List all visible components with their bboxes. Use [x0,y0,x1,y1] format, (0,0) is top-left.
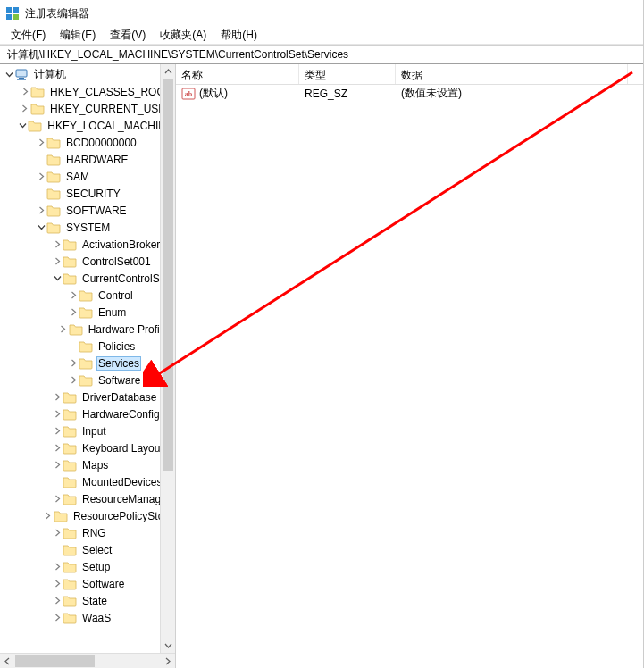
tree-node-label[interactable]: Keyboard Layout [80,441,165,455]
col-type[interactable]: 类型 [299,64,396,84]
tree-vertical-scrollbar[interactable] [160,64,175,653]
tree-node-label[interactable]: Input [80,424,108,438]
tree-horizontal-scrollbar[interactable] [0,653,175,668]
expand-closed-icon[interactable] [52,495,63,503]
col-data[interactable]: 数据 [396,64,628,84]
tree-node[interactable]: Services [0,355,175,372]
value-row[interactable]: ab(默认)REG_SZ(数值未设置) [176,85,643,102]
expand-closed-icon[interactable] [52,461,63,469]
scroll-track[interactable] [15,654,160,669]
tree-node[interactable]: SOFTWARE [0,202,175,219]
tree-node-label[interactable]: HARDWARE [64,153,130,167]
menu-file[interactable]: 文件(F) [4,26,53,45]
expand-closed-icon[interactable] [68,308,79,316]
tree-node[interactable]: MountedDevices [0,473,175,490]
expand-closed-icon[interactable] [36,138,46,146]
scroll-down-icon[interactable] [161,638,176,653]
expand-closed-icon[interactable] [52,240,63,248]
tree-node[interactable]: SYSTEM [0,219,175,236]
tree-node[interactable]: Enum [0,304,175,321]
tree-node-label[interactable]: SAM [64,170,91,184]
tree-node-label[interactable]: SOFTWARE [64,204,129,218]
scroll-right-icon[interactable] [160,654,175,669]
tree-node-label[interactable]: Setup [80,560,112,574]
tree-node[interactable]: Setup [0,558,175,575]
tree-node-label[interactable]: CurrentControlSet [80,271,171,286]
expand-closed-icon[interactable] [52,614,63,622]
tree-node[interactable]: Software [0,575,175,592]
expand-closed-icon[interactable] [20,88,30,96]
tree-node[interactable]: SAM [0,168,175,185]
expand-open-icon[interactable] [4,71,14,79]
expand-closed-icon[interactable] [43,512,54,520]
tree-node-label[interactable]: WaaS [80,611,113,625]
tree-node[interactable]: ActivationBroker [0,236,175,253]
values-list[interactable]: ab(默认)REG_SZ(数值未设置) [176,85,643,102]
tree-node-label[interactable]: State [80,594,109,608]
expand-open-icon[interactable] [36,223,46,231]
tree-node-label[interactable]: SECURITY [64,187,122,201]
expand-closed-icon[interactable] [52,393,63,401]
expand-closed-icon[interactable] [36,206,46,214]
tree-node-label[interactable]: Services [96,356,141,371]
tree-node-label[interactable]: DriverDatabase [80,390,158,405]
tree-node-label[interactable]: SYSTEM [64,221,112,235]
col-name[interactable]: 名称 [176,64,299,84]
tree-node[interactable]: CurrentControlSet [0,270,175,287]
menu-help[interactable]: 帮助(H) [213,26,264,45]
tree-node-label[interactable]: ResourceManager [80,492,172,506]
tree-node[interactable]: HardwareConfig [0,405,175,422]
tree-node[interactable]: HKEY_LOCAL_MACHINE [0,117,175,134]
tree-node-label[interactable]: BCD00000000 [64,136,138,150]
expand-closed-icon[interactable] [52,410,63,418]
expand-closed-icon[interactable] [68,359,79,367]
tree-node-label[interactable]: Software [80,577,126,591]
tree-node[interactable]: State [0,592,175,609]
address-input[interactable] [5,47,638,62]
tree-node[interactable]: Input [0,422,175,439]
tree-node-label[interactable]: Enum [96,305,128,320]
tree-node-label[interactable]: HKEY_LOCAL_MACHINE [46,119,175,133]
tree-node[interactable]: ResourceManager [0,490,175,507]
expand-closed-icon[interactable] [52,580,63,588]
tree-node-label[interactable]: Maps [80,458,110,472]
tree-node[interactable]: Select [0,541,175,558]
expand-closed-icon[interactable] [52,563,63,571]
tree-node-label[interactable]: Control [96,288,135,303]
expand-closed-icon[interactable] [68,291,79,299]
tree-node[interactable]: HARDWARE [0,151,175,168]
tree-node[interactable]: RNG [0,524,175,541]
menu-favorites[interactable]: 收藏夹(A) [153,26,213,45]
scroll-left-icon[interactable] [0,654,15,669]
tree-node-label[interactable]: HKEY_CLASSES_ROOT [48,85,173,99]
tree-node[interactable]: HKEY_CURRENT_USER [0,100,175,117]
tree-node[interactable]: BCD00000000 [0,134,175,151]
tree-node[interactable]: Maps [0,456,175,473]
tree-node[interactable]: Policies [0,338,175,355]
scroll-up-icon[interactable] [161,64,176,79]
tree-node[interactable]: Keyboard Layout [0,439,175,456]
expand-closed-icon[interactable] [36,172,46,180]
expand-closed-icon[interactable] [20,104,30,113]
tree-node[interactable]: Control [0,287,175,304]
tree-node-label[interactable]: ActivationBroker [80,238,162,252]
scroll-thumb[interactable] [15,655,95,667]
expand-closed-icon[interactable] [52,529,63,537]
tree-node-label[interactable]: HardwareConfig [80,407,162,422]
expand-closed-icon[interactable] [52,597,63,605]
tree-node[interactable]: 计算机 [0,66,175,83]
tree-node[interactable]: HKEY_CLASSES_ROOT [0,83,175,100]
tree-node-label[interactable]: Policies [96,339,137,354]
tree-node-label[interactable]: Select [80,543,113,557]
tree-node-label[interactable]: ControlSet001 [80,255,153,269]
expand-closed-icon[interactable] [58,325,69,333]
expand-closed-icon[interactable] [68,376,79,384]
menu-edit[interactable]: 编辑(E) [53,26,103,45]
tree-node[interactable]: Software [0,372,175,388]
tree-node[interactable]: Hardware Profiles [0,321,175,338]
tree-node-label[interactable]: RNG [80,526,108,540]
scroll-track[interactable] [161,79,175,638]
tree-node-label[interactable]: Software [96,373,142,388]
expand-closed-icon[interactable] [52,444,63,452]
tree-node[interactable]: SECURITY [0,185,175,202]
